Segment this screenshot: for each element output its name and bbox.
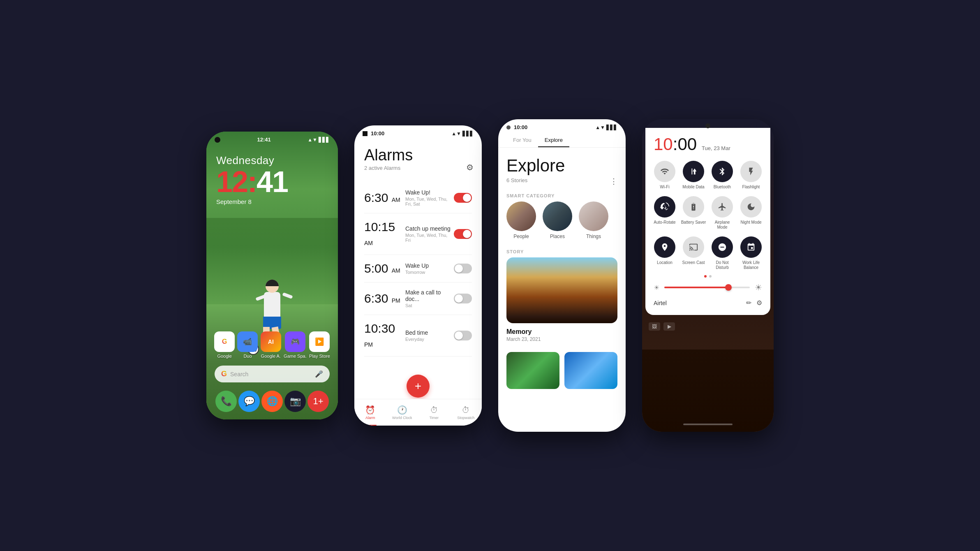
- qs-header: 10:00 Tue, 23 Mar: [645, 128, 770, 157]
- story-label: STORY: [498, 246, 626, 257]
- alarm-list: 6:30 AM Wake Up! Mon, Tue, Wed, Thu, Fri…: [354, 183, 482, 357]
- qs-tile-wifi[interactable]: Wi-Fi: [652, 161, 677, 190]
- qs-tile-nightmode[interactable]: Night Mode: [738, 196, 764, 230]
- category-people[interactable]: People: [506, 201, 536, 239]
- alarm-item-5[interactable]: 10:30 PM Bed time Everyday: [364, 315, 472, 357]
- status-icons: ▲▼ ▋▋▋: [451, 131, 474, 137]
- alarm-time: 6:30 AM: [364, 191, 400, 204]
- dock-camera[interactable]: 📷: [284, 391, 306, 412]
- alarm-days: Mon, Tue, Wed, Thu, Fri: [405, 233, 454, 243]
- category-things[interactable]: Things: [579, 201, 608, 239]
- nav-stopwatch[interactable]: ⏱ Stopwatch: [450, 399, 482, 426]
- alarm-name: Wake Up!: [405, 189, 454, 196]
- explore-header: Explore 6 Stories: [498, 148, 626, 187]
- category-places-label: Places: [550, 234, 565, 239]
- qs-tile-autorotate[interactable]: Auto-Rotate: [652, 196, 677, 230]
- alarm-toggle-3[interactable]: [454, 264, 472, 273]
- alarm-title: Alarms: [364, 146, 472, 164]
- brightness-thumb[interactable]: [725, 284, 732, 291]
- more-options-button[interactable]: ⋮: [610, 177, 617, 186]
- qs-tile-screencast[interactable]: Screen Cast: [681, 236, 706, 270]
- mini-app-icons: 🖼 ▶: [642, 320, 774, 333]
- app-gamespace-label: Game Spa.: [284, 354, 307, 359]
- app-google[interactable]: G Google: [214, 331, 235, 359]
- category-places[interactable]: Places: [543, 201, 572, 239]
- settings-icon[interactable]: ⚙: [756, 299, 762, 307]
- airplane-label: Airplane Mode: [710, 220, 735, 230]
- alarm-toggle-4[interactable]: [454, 294, 472, 303]
- wlb-label: Work Life Balance: [738, 260, 764, 270]
- alarm-time: 10:15 AM: [364, 220, 395, 248]
- nav-worldclock[interactable]: 🕐 World Clock: [386, 399, 418, 426]
- nav-timer[interactable]: ⏱ Timer: [418, 399, 450, 426]
- category-things-label: Things: [586, 234, 601, 239]
- lock-date: September 8: [216, 198, 328, 205]
- wifi-label: Wi-Fi: [660, 185, 669, 190]
- alarm-settings-button[interactable]: ⚙: [466, 162, 474, 172]
- qs-tile-location[interactable]: Location: [652, 236, 677, 270]
- app-playstore[interactable]: ▶️ Play Store: [309, 331, 330, 359]
- wlb-icon: [740, 236, 762, 258]
- add-alarm-fab[interactable]: +: [407, 375, 430, 398]
- qs-tile-dnd[interactable]: Do Not Disturb: [710, 236, 735, 270]
- qs-tile-mobiledata[interactable]: Mobile Data: [681, 161, 706, 190]
- tab-foryou[interactable]: For You: [506, 134, 538, 147]
- dock-phone[interactable]: 📞: [215, 391, 237, 412]
- qs-tile-worklifebalance[interactable]: Work Life Balance: [738, 236, 764, 270]
- qs-network-row: Airtel ✏ ⚙: [645, 296, 770, 308]
- alarm-item-3[interactable]: 5:00 AM Wake Up Tomorrow: [364, 255, 472, 282]
- app-duo[interactable]: 📹 Duo: [237, 331, 258, 359]
- battery-label: Battery Saver: [681, 220, 706, 225]
- alarm-name: Bed time: [405, 329, 454, 336]
- bluetooth-icon: [712, 161, 733, 182]
- alarm-time: 10:30 PM: [364, 322, 395, 349]
- status-icons: ▲▼ ▋▋▋: [595, 125, 617, 130]
- story-title: Memory: [506, 328, 617, 336]
- alarm-subtitle: 2 active Alarms: [364, 165, 472, 171]
- alarm-item-4[interactable]: 6:30 PM Make a call to doc... Sat: [364, 282, 472, 315]
- phone1-lockscreen: 12:41 ▲▼ ▋▋▋ Wednesday 12:41 September 8: [206, 132, 338, 419]
- brightness-high-icon: ☀: [755, 282, 762, 292]
- qs-tile-battery[interactable]: Battery Saver: [681, 196, 706, 230]
- story-cards-row: [506, 352, 617, 389]
- qs-tile-flashlight[interactable]: Flashlight: [738, 161, 764, 190]
- status-bar: 10:00 ▲▼ ▋▋▋: [354, 125, 482, 140]
- story-card-waves[interactable]: [564, 352, 617, 389]
- app-gamespace[interactable]: 🎮 Game Spa.: [284, 331, 307, 359]
- phone4-quicksettings: ▲▼ ▋▋▋ 10:00 Tue, 23 Mar: [642, 119, 774, 432]
- alarm-time: 6:30 PM: [364, 292, 400, 305]
- dock-oneplus[interactable]: 1+: [307, 391, 329, 412]
- story-info: Memory March 23, 2021: [498, 323, 626, 347]
- status-icons: ▲▼ ▋▋▋: [307, 137, 330, 143]
- qs-tile-bluetooth[interactable]: Bluetooth: [710, 161, 735, 190]
- qs-date: Tue, 23 Mar: [702, 145, 730, 151]
- alarm-item-2[interactable]: 10:15 AM Catch up meeting Mon, Tue, Wed,…: [364, 213, 472, 255]
- dock-chrome[interactable]: 🌐: [261, 391, 283, 412]
- app-ai-label: Google A.: [261, 354, 281, 359]
- tab-explore[interactable]: Explore: [538, 134, 569, 147]
- alarm-item-1[interactable]: 6:30 AM Wake Up! Mon, Tue, Wed, Thu, Fri…: [364, 183, 472, 213]
- dock-messages[interactable]: 💬: [238, 391, 260, 412]
- alarm-toggle-5[interactable]: [454, 331, 472, 340]
- brightness-control[interactable]: ☀ ☀: [645, 279, 770, 296]
- dot-2: [709, 275, 712, 278]
- mini-icon-2[interactable]: ▶: [663, 322, 675, 331]
- mini-icon-1[interactable]: 🖼: [649, 322, 660, 331]
- search-bar[interactable]: G Search 🎤: [215, 366, 330, 382]
- qs-action-icons: ✏ ⚙: [746, 299, 762, 307]
- nav-alarm[interactable]: ⏰ Alarm: [354, 399, 386, 426]
- story-card-main[interactable]: [506, 257, 617, 323]
- app-google-ai[interactable]: AI Google A.: [261, 331, 281, 359]
- alarm-toggle-1[interactable]: [454, 193, 472, 203]
- edit-icon[interactable]: ✏: [746, 299, 751, 307]
- story-card-ferns[interactable]: [506, 352, 559, 389]
- category-circles: People Places Things: [498, 201, 626, 246]
- alarm-toggle-2[interactable]: [454, 229, 472, 239]
- wifi-icon: [654, 161, 675, 182]
- search-text: Search: [230, 371, 312, 377]
- brightness-track[interactable]: [664, 287, 750, 288]
- brightness-low-icon: ☀: [654, 284, 659, 292]
- dnd-label: Do Not Disturb: [710, 260, 735, 270]
- status-time: 10:00: [371, 130, 384, 137]
- qs-tile-airplane[interactable]: Airplane Mode: [710, 196, 735, 230]
